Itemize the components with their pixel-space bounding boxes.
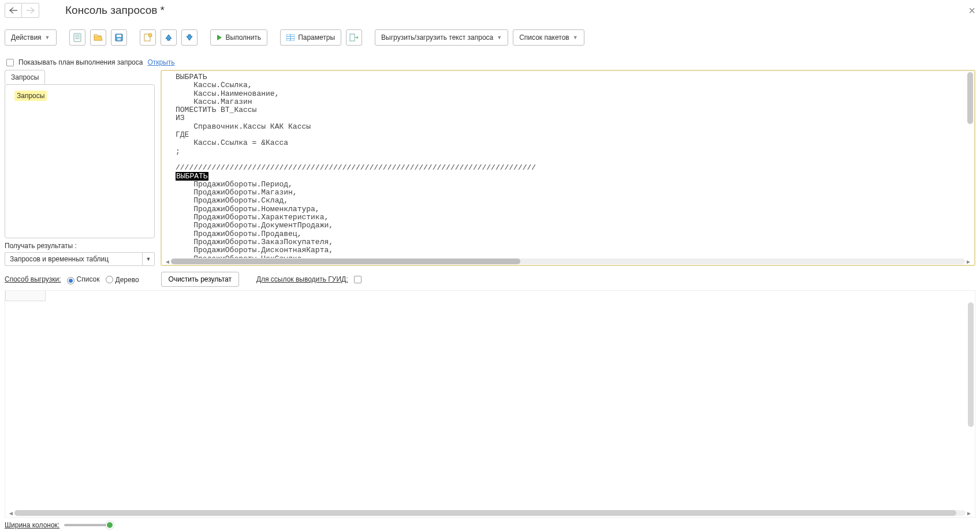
column-width-label: Ширина колонок: [5, 521, 59, 529]
hscroll-right-icon[interactable]: ► [965, 258, 972, 265]
query-tree[interactable]: Запросы [5, 84, 155, 238]
packets-label: Список пакетов [519, 33, 569, 42]
chevron-down-icon: ▼ [45, 35, 50, 40]
execute-button[interactable]: Выполнить [210, 29, 268, 46]
result-vscrollbar[interactable] [968, 302, 974, 427]
grid-icon [286, 34, 295, 41]
document-icon [73, 33, 81, 42]
packets-button[interactable]: Список пакетов ▼ [513, 29, 584, 46]
left-panel: Запросы Запросы Получать результаты : За… [5, 70, 155, 266]
arrow-down-icon [185, 33, 193, 42]
new-button[interactable] [69, 29, 85, 46]
move-up-button[interactable] [161, 29, 177, 46]
svg-rect-3 [117, 38, 121, 40]
editor-hscroll-thumb[interactable] [171, 258, 520, 264]
editor-vscrollbar[interactable] [967, 72, 973, 124]
nav-back-button[interactable] [5, 3, 22, 18]
params-label: Параметры [298, 33, 335, 42]
execute-label: Выполнить [226, 33, 262, 42]
actions-label: Действия [11, 33, 42, 42]
slider-thumb[interactable] [106, 521, 114, 529]
query-editor-container: ВЫБРАТЬ Кассы.Ссылка, Кассы.Наименование… [161, 70, 975, 266]
clear-result-button[interactable]: Очистить результат [161, 272, 239, 287]
svg-rect-0 [74, 33, 81, 42]
chevron-down-icon: ▼ [573, 35, 578, 40]
query-editor[interactable]: ВЫБРАТЬ Кассы.Ссылка, Кассы.Наименование… [162, 71, 974, 258]
svg-point-5 [148, 33, 152, 37]
show-plan-label: Показывать план выполнения запроса [18, 58, 143, 66]
result-area: ◄ ► [5, 290, 975, 518]
footer-row: Ширина колонок: [5, 521, 975, 529]
page-title: Консоль запросов * [65, 4, 165, 17]
params-button[interactable]: Параметры [280, 29, 341, 46]
selected-text: ВЫБРАТЬ [176, 172, 208, 181]
results-label: Получать результаты : [5, 242, 155, 250]
floppy-icon [115, 33, 123, 42]
export-label: Выгрузить/загрузить текст запроса [381, 33, 493, 42]
tree-item-queries[interactable]: Запросы [14, 91, 47, 101]
results-mode-input[interactable]: Запросов и временных таблиц [5, 252, 142, 266]
hscroll-left-icon[interactable]: ◄ [164, 258, 171, 265]
svg-rect-2 [117, 35, 121, 37]
result-body[interactable] [5, 301, 975, 509]
results-mode-toggle[interactable]: ▼ [142, 252, 155, 266]
output-mode-label: Способ выгрузки: [5, 275, 61, 283]
result-tab[interactable] [5, 291, 46, 301]
folder-open-icon [94, 33, 103, 42]
output-mode-row: Способ выгрузки: Список Дерево Очистить … [5, 272, 975, 287]
nav-forward-button[interactable] [22, 3, 39, 18]
show-plan-checkbox[interactable] [6, 59, 14, 66]
toolbar: Действия ▼ Выполнить Параметры Выгрузить… [5, 29, 975, 46]
result-hscroll-left-icon[interactable]: ◄ [8, 510, 14, 516]
guid-checkbox[interactable] [354, 276, 362, 283]
result-hscrollbar[interactable] [14, 510, 966, 516]
move-down-button[interactable] [181, 29, 198, 46]
plan-row: Показывать план выполнения запроса Откры… [5, 58, 975, 66]
title-bar: Консоль запросов * × [5, 3, 975, 18]
editor-hscrollbar[interactable] [171, 258, 965, 264]
main-area: Запросы Запросы Получать результаты : За… [5, 70, 975, 266]
svg-rect-7 [350, 34, 355, 41]
actions-button[interactable]: Действия ▼ [5, 29, 57, 46]
close-icon[interactable]: × [968, 4, 975, 17]
export-import-button[interactable]: Выгрузить/загрузить текст запроса ▼ [375, 29, 508, 46]
save-button[interactable] [111, 29, 127, 46]
document-arrow-icon [349, 33, 359, 42]
open-plan-link[interactable]: Открыть [147, 58, 174, 66]
column-width-slider[interactable] [64, 524, 110, 526]
arrow-up-icon [165, 33, 173, 42]
result-hscroll-thumb[interactable] [14, 510, 956, 516]
to-query-button[interactable] [346, 29, 362, 46]
play-icon [217, 34, 222, 41]
radio-tree[interactable]: Дерево [106, 275, 139, 284]
tab-queries[interactable]: Запросы [5, 70, 45, 84]
chevron-down-icon: ▼ [497, 35, 502, 40]
guid-label: Для ссылок выводить ГУИД: [256, 275, 348, 283]
result-hscroll-right-icon[interactable]: ► [966, 510, 972, 516]
open-button[interactable] [90, 29, 106, 46]
wizard-icon [143, 33, 152, 42]
constructor-button[interactable] [140, 29, 156, 46]
radio-list[interactable]: Список [67, 275, 100, 283]
